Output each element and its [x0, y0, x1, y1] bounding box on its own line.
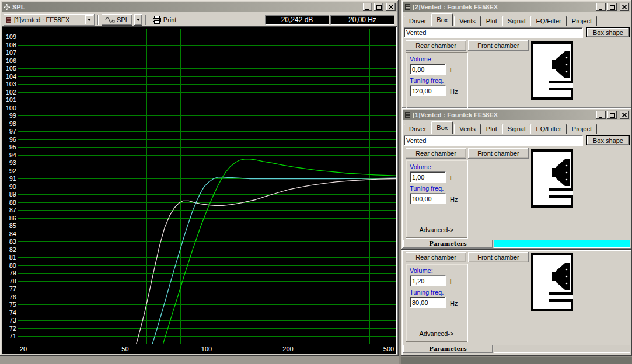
volume-input[interactable] [410, 64, 446, 75]
y-axis-tick-label: 94 [2, 152, 16, 159]
box-window-3: Rear chamber Front chamber Volume: l Tun… [401, 250, 632, 356]
close-button[interactable] [620, 3, 629, 11]
box-type-field[interactable]: Vented [404, 27, 583, 38]
tab-bar: Driver Box Vents Plot Signal EQ/Filter P… [403, 13, 630, 26]
y-axis-tick-label: 77 [2, 285, 16, 293]
advanced-link[interactable]: Advanced-> [410, 330, 463, 338]
y-axis-tick-label: 109 [2, 33, 16, 41]
box-window-2: [2]Vented : Fountek FE58EX Driver Box Ve… [401, 0, 632, 108]
x-axis-labels: 2050100200500 [18, 345, 396, 354]
front-chamber-tab[interactable]: Front chamber [468, 148, 529, 159]
desktop-strip [401, 357, 632, 364]
y-axis-tick-label: 78 [2, 278, 16, 285]
print-button-label: Print [163, 16, 177, 23]
signal-source-combo[interactable]: [1]vented : FE58EX [4, 14, 95, 26]
spl-window-title: SPL [12, 4, 361, 10]
parameters-header-button[interactable]: Parameters [403, 240, 493, 248]
minimize-button[interactable] [596, 3, 606, 11]
y-axis-tick-label: 85 [2, 222, 16, 230]
cursor-readouts: 20,242 dB 20,00 Hz [265, 15, 394, 25]
minimize-button[interactable] [596, 111, 606, 119]
tab-driver[interactable]: Driver [404, 16, 431, 26]
box-shape-button[interactable]: Box shape [586, 27, 630, 37]
box1-window-title: [1]Vented : Fountek FE58EX [413, 111, 595, 118]
tab-box[interactable]: Box [431, 13, 453, 26]
y-axis-tick-label: 89 [2, 191, 16, 198]
tab-project[interactable]: Project [567, 16, 597, 26]
y-axis-tick-label: 96 [2, 136, 16, 144]
tab-plot[interactable]: Plot [481, 124, 502, 134]
minimize-button[interactable] [363, 3, 372, 11]
y-axis-tick-label: 74 [2, 309, 16, 317]
spl-graph-button[interactable]: SPL [102, 14, 132, 26]
tab-signal[interactable]: Signal [502, 16, 531, 26]
tab-driver[interactable]: Driver [404, 124, 431, 134]
tab-box[interactable]: Box [431, 121, 453, 134]
tab-eq-filter[interactable]: EQ/Filter [530, 124, 566, 134]
tuning-freq-input[interactable] [410, 297, 446, 308]
rear-chamber-panel: Volume: l Tuning freq. Hz [406, 52, 467, 108]
box1-titlebar[interactable]: [1]Vented : Fountek FE58EX [403, 110, 630, 120]
y-axis-tick-label: 71 [2, 332, 16, 340]
front-chamber-tab[interactable]: Front chamber [468, 252, 529, 262]
parameters-strip [494, 345, 630, 353]
volume-input[interactable] [410, 172, 446, 183]
maximize-button[interactable] [374, 3, 383, 11]
box-shape-button[interactable]: Box shape [586, 135, 630, 145]
tab-plot[interactable]: Plot [481, 16, 502, 26]
box-type-field[interactable]: Vented [404, 135, 583, 146]
rear-chamber-tab[interactable]: Rear chamber [406, 40, 466, 51]
close-button[interactable] [386, 3, 396, 11]
parameters-header-button[interactable]: Parameters [403, 345, 493, 353]
box2-titlebar[interactable]: [2]Vented : Fountek FE58EX [403, 2, 630, 12]
x-axis-tick-label: 100 [201, 345, 212, 352]
advanced-link[interactable]: Advanced-> [410, 226, 463, 235]
tab-eq-filter[interactable]: EQ/Filter [530, 16, 566, 26]
spl-curve-vented-1,20l-80Hz [137, 179, 396, 345]
volume-unit: l [450, 66, 451, 75]
y-axis-tick-label: 73 [2, 317, 16, 324]
combo-dropdown-arrow-icon[interactable] [85, 15, 93, 24]
spl-plot-panel[interactable]: 1091081071061051041031021011009998979695… [2, 26, 397, 354]
tuning-freq-unit: Hz [450, 300, 458, 308]
box-diagram [531, 149, 573, 208]
tuning-freq-input[interactable] [410, 193, 446, 204]
spl-toolbar: [1]vented : FE58EX SPL Print 20,242 dB 2… [2, 13, 397, 27]
volume-label: Volume: [410, 55, 463, 62]
front-chamber-tab[interactable]: Front chamber [468, 40, 529, 51]
y-axis-tick-label: 75 [2, 301, 16, 309]
volume-unit: l [450, 174, 451, 183]
y-axis-tick-label: 97 [2, 128, 16, 135]
tab-vents[interactable]: Vents [454, 124, 481, 134]
maximize-button[interactable] [607, 111, 617, 119]
x-axis-tick-label: 200 [282, 345, 293, 352]
box-window-1: [1]Vented : Fountek FE58EX Driver Box Ve… [401, 108, 632, 250]
volume-input[interactable] [410, 275, 446, 286]
y-axis-tick-label: 104 [2, 73, 16, 80]
rear-chamber-tab[interactable]: Rear chamber [406, 148, 466, 159]
y-axis-tick-label: 79 [2, 270, 16, 277]
maximize-button[interactable] [607, 3, 617, 11]
y-axis-tick-label: 91 [2, 175, 16, 183]
y-axis-tick-label: 82 [2, 246, 16, 254]
print-button[interactable]: Print [149, 14, 180, 26]
tab-signal[interactable]: Signal [502, 124, 531, 134]
rear-chamber-tab[interactable]: Rear chamber [406, 252, 466, 262]
tuning-freq-unit: Hz [450, 196, 458, 204]
tuning-freq-label: Tuning freq. [410, 289, 463, 296]
tab-vents[interactable]: Vents [454, 16, 481, 26]
desktop-strip [0, 356, 399, 364]
project-icon [404, 4, 411, 11]
project-icon [6, 16, 12, 24]
close-button[interactable] [620, 111, 629, 119]
y-axis-tick-label: 83 [2, 238, 16, 246]
graph-type-dropdown-button[interactable] [134, 14, 142, 26]
parameters-bar: Parameters [403, 345, 630, 353]
x-axis-tick-label: 50 [121, 345, 128, 352]
spl-titlebar[interactable]: SPL [2, 2, 397, 12]
y-axis-tick-label: 86 [2, 215, 16, 222]
rear-chamber-panel: Volume: l Tuning freq. Hz Advanced-> [406, 264, 467, 342]
tuning-freq-input[interactable] [410, 85, 446, 96]
y-axis-tick-label: 95 [2, 144, 16, 151]
tab-project[interactable]: Project [567, 124, 597, 134]
